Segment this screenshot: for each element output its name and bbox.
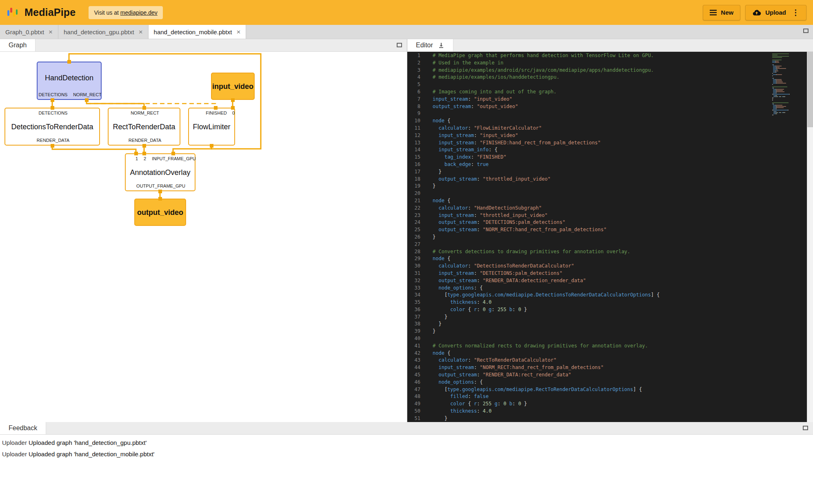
port-connector: [142, 144, 146, 148]
node-port-norm-rect: NORM_RECT: [131, 111, 159, 115]
code-line: node {: [433, 117, 771, 125]
code-line: # mediapipie/examples/android/src/java/c…: [433, 67, 771, 74]
port-connector: [210, 144, 213, 148]
editor-scrollbar[interactable]: [807, 52, 813, 422]
node-port-detections: DETECTIONS: [39, 92, 68, 97]
feedback-source: Uploader: [0, 451, 27, 458]
code-line: }: [433, 415, 771, 422]
tab-graph-view[interactable]: Graph: [0, 39, 36, 51]
tab-label: Graph_0.pbtxt: [5, 29, 44, 35]
port-connector: [142, 152, 146, 155]
code-line: output_stream: "DETECTIONS:palm_detectio…: [433, 219, 771, 226]
feedback-tab-label: Feedback: [9, 424, 37, 432]
feedback-row: Uploader Uploaded graph 'hand_detection_…: [0, 448, 813, 460]
port-connector: [158, 190, 162, 193]
editor-code[interactable]: # MediaPipe graph that performs hand det…: [427, 52, 771, 422]
code-line: }: [433, 183, 771, 190]
maximize-feedback-panel-icon[interactable]: [803, 426, 808, 430]
code-line: output_stream: "throttled_input_video": [433, 176, 771, 183]
new-button-label: New: [721, 9, 733, 16]
close-icon[interactable]: ×: [236, 29, 240, 35]
graph-canvas[interactable]: HandDetection DETECTIONS NORM_RECT input…: [0, 52, 407, 422]
upload-button[interactable]: Upload ⋮: [745, 5, 806, 20]
code-line: # Images coming into and out of the grap…: [433, 88, 771, 96]
graph-node-output-video[interactable]: output_video: [134, 199, 186, 226]
port-connector: [51, 106, 54, 110]
code-line: input_stream: "throttled_input_video": [433, 212, 771, 219]
scrollbar-thumb[interactable]: [807, 52, 813, 127]
graph-tab-label: Graph: [9, 42, 27, 49]
mediapipe-dev-link[interactable]: mediapipe.dev: [120, 9, 158, 16]
code-line: output_stream: "RENDER_DATA:rect_render_…: [433, 371, 771, 379]
visit-badge-text: Visit us at: [94, 9, 118, 16]
menu-lines-icon: [710, 10, 717, 15]
mediapipe-logo: [7, 7, 18, 18]
code-line: calculator: "RectToRenderDataCalculator": [433, 357, 771, 364]
node-title: FlowLimiter: [189, 122, 234, 131]
code-line: [433, 110, 771, 117]
code-line: output_stream: "RENDER_DATA:detection_re…: [433, 277, 771, 285]
code-line: [433, 81, 771, 88]
graph-node-handdetection[interactable]: HandDetection DETECTIONS NORM_RECT: [37, 62, 102, 100]
code-line: node {: [433, 350, 771, 357]
close-icon[interactable]: ×: [139, 29, 143, 35]
close-icon[interactable]: ×: [49, 29, 53, 35]
tab-hand-detection-gpu-pbtxt[interactable]: hand_detection_gpu.pbtxt ×: [58, 25, 149, 39]
node-title: HandDetection: [38, 73, 101, 82]
graph-node-detectionstorenderdata[interactable]: DETECTIONS DetectionsToRenderData RENDER…: [4, 108, 100, 146]
node-port-0: 0: [232, 111, 235, 115]
code-line: }: [433, 328, 771, 335]
code-line: node {: [433, 255, 771, 263]
node-port-2: 2: [144, 156, 146, 161]
feedback-log: Uploader Uploaded graph 'hand_detection_…: [0, 435, 813, 460]
kebab-menu-icon[interactable]: ⋮: [792, 9, 800, 16]
graph-node-recttorenderdata[interactable]: NORM_RECT RectToRenderData RENDER_DATA: [108, 108, 180, 146]
editor-gutter: 1234567891011121314151617181920212223242…: [407, 52, 427, 422]
code-line: [433, 335, 771, 343]
node-title: AnnotationOverlay: [126, 168, 195, 177]
code-editor[interactable]: 1234567891011121314151617181920212223242…: [407, 52, 813, 422]
port-connector: [231, 106, 235, 110]
node-port-render-data: RENDER_DATA: [129, 138, 161, 143]
new-button[interactable]: New: [703, 5, 740, 20]
graph-panel-header: Graph: [0, 39, 407, 52]
code-line: output_stream: "NORM_RECT:hand_rect_from…: [433, 226, 771, 234]
editor-panel: Editor 123456789101112131415161718192021…: [407, 39, 813, 422]
editor-minimap[interactable]: [771, 52, 807, 422]
port-connector: [51, 144, 54, 148]
editor-tab-label: Editor: [416, 42, 433, 49]
maximize-workspace-icon[interactable]: [803, 29, 809, 33]
code-line: }: [433, 168, 771, 176]
tab-graph-0-pbtxt[interactable]: Graph_0.pbtxt ×: [0, 25, 58, 39]
graph-node-annotationoverlay[interactable]: 1 2 INPUT_FRAME_GPU AnnotationOverlay OU…: [125, 153, 195, 191]
feedback-message: Uploaded graph 'hand_detection_gpu.pbtxt…: [27, 439, 147, 446]
code-line: tag_index: "FINISHED": [433, 154, 771, 161]
code-line: calculator: "HandDetectionSubgraph": [433, 205, 771, 212]
visit-badge: Visit us at mediapipe.dev: [89, 6, 162, 19]
download-icon[interactable]: [438, 42, 444, 49]
code-line: thickness: 4.0: [433, 408, 771, 415]
code-line: input_stream: "NORM_RECT:hand_rect_from_…: [433, 364, 771, 371]
port-connector: [85, 98, 89, 102]
node-port-output-frame-gpu: OUTPUT_FRAME_GPU: [136, 183, 185, 188]
code-line: # mediapipie/examples/ios/handdetectiong…: [433, 74, 771, 81]
node-port-input-frame-gpu: INPUT_FRAME_GPU: [152, 156, 196, 161]
node-title: RectToRenderData: [109, 122, 180, 131]
tab-feedback-view[interactable]: Feedback: [0, 422, 46, 434]
node-port-1: 1: [136, 156, 138, 161]
code-line: [type.googleapis.com/mediapipe.Detection…: [433, 292, 771, 299]
code-line: input_stream: "DETECTIONS:palm_detection…: [433, 270, 771, 277]
graph-node-flowlimiter[interactable]: FINISHED 0 FlowLimiter: [188, 108, 235, 146]
feedback-message: Uploaded graph 'hand_detection_mobile.pb…: [27, 451, 154, 458]
tab-editor-view[interactable]: Editor: [407, 39, 453, 51]
code-line: # MediaPipe graph that performs hand det…: [433, 52, 771, 60]
maximize-graph-panel-icon[interactable]: [397, 43, 402, 47]
code-line: [type.googleapis.com/mediapipe.RectToRen…: [433, 386, 771, 393]
tab-label: hand_detection_mobile.pbtxt: [154, 29, 232, 35]
code-line: color { r: 0 g: 255 b: 0 }: [433, 306, 771, 314]
graph-node-input-video[interactable]: input_video: [211, 73, 255, 100]
feedback-panel: Feedback Uploader Uploaded graph 'hand_d…: [0, 422, 813, 460]
tab-hand-detection-mobile-pbtxt[interactable]: hand_detection_mobile.pbtxt ×: [149, 25, 247, 39]
code-line: [433, 241, 771, 248]
code-line: calculator: "DetectionsToRenderDataCalcu…: [433, 263, 771, 270]
